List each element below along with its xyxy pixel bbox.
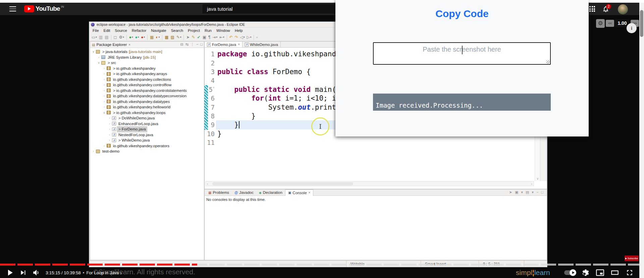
toolbar-icon[interactable]: ●▾ <box>128 34 134 40</box>
menu-window[interactable]: Window <box>214 29 232 33</box>
menu-file[interactable]: File <box>90 29 101 33</box>
volume-button[interactable] <box>32 268 41 277</box>
next-button[interactable] <box>19 268 28 277</box>
collapse-all-icon[interactable]: ⊟ <box>180 42 183 47</box>
toolbar-icon[interactable]: ✔ <box>197 34 201 40</box>
tab-problems[interactable]: ▦Problems <box>206 189 232 196</box>
tree-item-io-github-vikeshpandey-operators[interactable]: ›io.github.vikeshpandey.operators <box>90 143 204 149</box>
tree-item-io-github-vikeshpandey-arrays[interactable]: ›>io.github.vikeshpandey.arrays <box>90 71 204 77</box>
toolbar-icon[interactable]: ✎ <box>191 34 196 40</box>
tab-javadoc[interactable]: @Javadoc <box>232 189 256 196</box>
editor-horizontal-scrollbar[interactable]: ‹ › <box>205 181 534 186</box>
tree-item-jre-system-library[interactable]: ›JRE System Library[jdk-15] <box>90 55 204 60</box>
toolbar-icon[interactable]: ▩ <box>164 34 169 40</box>
subscribe-badge[interactable]: Subscribe <box>625 256 639 261</box>
toolbar-icon[interactable]: ◻ <box>113 34 118 40</box>
youtube-logo[interactable]: YouTube IN <box>24 5 64 12</box>
tree-item-io-github-vikeshpandey-controlflow[interactable]: ›io.github.vikeshpandey.controlflow <box>90 82 204 88</box>
chevron-collapsed-icon[interactable]: › <box>102 105 106 109</box>
tree-item-test-demo[interactable]: ›test-demo <box>90 149 204 154</box>
chevron-collapsed-icon[interactable]: › <box>108 116 111 120</box>
tree-item-src[interactable]: ∨>src <box>90 60 204 66</box>
view-menu-icon[interactable]: ⋮ <box>191 42 194 47</box>
open-console-icon[interactable]: ▤ <box>526 190 529 194</box>
notifications-bell-icon[interactable]: 2 <box>602 5 610 13</box>
tree-item-nestedforloop-java[interactable]: ›JNestedForLoop.java <box>90 132 204 138</box>
miniplayer-icon[interactable] <box>596 268 604 277</box>
menu-source[interactable]: Source <box>112 29 129 33</box>
tab-whiledemo-java[interactable]: JWhileDemo.java <box>243 42 281 47</box>
link-with-editor-icon[interactable]: ⇆ <box>185 42 189 47</box>
speed-settings-gear-icon[interactable]: ⚙ <box>596 19 605 28</box>
chapter-title[interactable]: For Loop in Java <box>86 270 119 275</box>
toolbar-icon[interactable]: ◐▾ <box>155 34 160 40</box>
avatar[interactable] <box>618 4 628 14</box>
tab-console[interactable]: ▣Console× <box>285 189 314 196</box>
toolbar-icon[interactable]: ¶ <box>208 34 211 40</box>
scroll-left-icon[interactable]: ‹ <box>207 182 208 186</box>
tree-item-dowhiledemo-java[interactable]: ›J>DoWhileDemo.java <box>90 115 204 121</box>
maximize-icon[interactable]: □ <box>541 190 543 194</box>
toolbar-icon[interactable]: ▤ <box>104 34 109 40</box>
info-button[interactable]: i <box>627 23 637 33</box>
toolbar-icon[interactable]: ▫ <box>256 34 258 40</box>
menu-search[interactable]: Search <box>169 29 185 33</box>
chapter-chevron-icon[interactable]: › <box>120 270 122 276</box>
close-icon[interactable]: × <box>128 43 130 47</box>
menu-edit[interactable]: Edit <box>101 29 113 33</box>
theater-mode-icon[interactable] <box>610 268 619 277</box>
menu-help[interactable]: Help <box>232 29 245 33</box>
chevron-collapsed-icon[interactable]: › <box>108 122 111 125</box>
toolbar-icon[interactable]: ▷▾ <box>246 34 252 40</box>
scroll-right-icon[interactable]: › <box>531 182 532 186</box>
chevron-collapsed-icon[interactable]: › <box>102 67 106 70</box>
minimize-icon[interactable]: − <box>536 190 538 194</box>
chevron-collapsed-icon[interactable]: › <box>102 94 106 98</box>
menu-icon[interactable] <box>9 6 16 11</box>
hscroll-thumb[interactable] <box>212 182 353 185</box>
fullscreen-icon[interactable] <box>625 268 634 277</box>
toolbar-icon[interactable]: ⇤▾ <box>219 34 225 40</box>
maximize-icon[interactable]: □ <box>200 42 203 47</box>
autoplay-toggle[interactable] <box>564 270 576 275</box>
toolbar-icon[interactable]: ▣ <box>202 34 207 40</box>
chevron-collapsed-icon[interactable]: › <box>97 56 101 59</box>
page-scrollbar[interactable] <box>639 3 644 278</box>
tree-item-io-github-vikeshpandey-datatypeconversion[interactable]: ›io.github.vikeshpandey.datatypeconversi… <box>90 93 204 99</box>
chevron-collapsed-icon[interactable]: › <box>108 127 111 131</box>
toolbar-icon[interactable]: ●▾ <box>140 34 146 40</box>
menu-navigate[interactable]: Navigate <box>149 29 168 33</box>
scrollbar-thumb[interactable] <box>640 10 643 37</box>
menu-run[interactable]: Run <box>202 29 214 33</box>
display-console-icon[interactable]: ▣ <box>515 190 518 194</box>
tab-declaration[interactable]: ◈Declaration <box>256 189 285 196</box>
menu-project[interactable]: Project <box>185 29 202 33</box>
tree-item-io-github-vikeshpandey-loops[interactable]: ∨>io.github.vikeshpandey.loops <box>90 110 204 116</box>
pin-console-icon[interactable]: ➤ <box>509 190 512 194</box>
chevron-expanded-icon[interactable]: ∨ <box>97 61 101 64</box>
chevron-collapsed-icon[interactable]: › <box>102 83 106 87</box>
dropdown-icon[interactable]: ▾ <box>532 190 534 194</box>
chevron-collapsed-icon[interactable]: › <box>108 133 111 136</box>
toolbar-icon[interactable]: ↶ <box>229 34 233 40</box>
speed-decrease-button[interactable]: << <box>606 20 614 27</box>
toolbar-icon[interactable]: ⚙▾ <box>118 34 125 40</box>
toolbar-icon[interactable]: ➤ <box>185 34 190 40</box>
toolbar-icon[interactable]: ◁▾ <box>239 34 246 40</box>
chevron-collapsed-icon[interactable]: › <box>108 138 111 142</box>
settings-gear-icon[interactable] <box>582 269 590 277</box>
chevron-collapsed-icon[interactable]: › <box>102 144 106 148</box>
toolbar-icon[interactable]: ▥ <box>98 34 103 40</box>
tab-fordemo-java[interactable]: JForDemo.java× <box>205 42 243 47</box>
tree-item-whiledemo-java[interactable]: ›J>WhileDemo.java <box>90 137 204 143</box>
minimize-icon[interactable]: − <box>196 42 198 47</box>
toolbar-icon[interactable]: ▦ <box>149 34 154 40</box>
chevron-collapsed-icon[interactable]: › <box>102 100 106 103</box>
dropdown-icon[interactable]: ▾ <box>521 190 523 194</box>
tree-item-io-github-vikeshpandey-helloworld[interactable]: ›io.github.vikeshpandey.helloworld <box>90 104 204 110</box>
code-line-11[interactable]: 11 <box>205 138 547 147</box>
play-button[interactable] <box>5 268 15 278</box>
toolbar-icon[interactable]: ▨ <box>170 34 175 40</box>
chevron-collapsed-icon[interactable]: › <box>102 78 106 81</box>
tree-item-io-github-vikeshpandey-collections[interactable]: ›io.github.vikeshpandey.collections <box>90 77 204 82</box>
